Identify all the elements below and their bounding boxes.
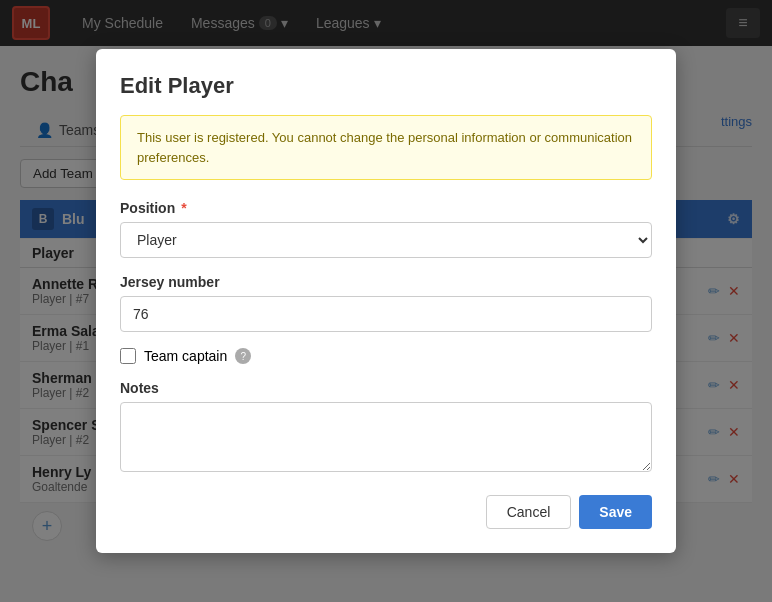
notes-textarea[interactable] xyxy=(120,402,652,472)
position-group: Position * Player Goalie Coach xyxy=(120,200,652,258)
alert-message: This user is registered. You cannot chan… xyxy=(120,115,652,180)
notes-label: Notes xyxy=(120,380,652,396)
modal-footer: Cancel Save xyxy=(120,495,652,529)
jersey-label: Jersey number xyxy=(120,274,652,290)
help-icon[interactable]: ? xyxy=(235,348,251,364)
cancel-button[interactable]: Cancel xyxy=(486,495,572,529)
jersey-input[interactable] xyxy=(120,296,652,332)
save-button[interactable]: Save xyxy=(579,495,652,529)
team-captain-checkbox[interactable] xyxy=(120,348,136,364)
jersey-group: Jersey number xyxy=(120,274,652,332)
position-label: Position * xyxy=(120,200,652,216)
position-select[interactable]: Player Goalie Coach xyxy=(120,222,652,258)
modal-overlay: Edit Player This user is registered. You… xyxy=(0,0,772,602)
modal-title: Edit Player xyxy=(120,73,652,99)
team-captain-row: Team captain ? xyxy=(120,348,652,364)
edit-player-modal: Edit Player This user is registered. You… xyxy=(96,49,676,553)
team-captain-label: Team captain xyxy=(144,348,227,364)
notes-group: Notes xyxy=(120,380,652,475)
required-star: * xyxy=(181,200,186,216)
